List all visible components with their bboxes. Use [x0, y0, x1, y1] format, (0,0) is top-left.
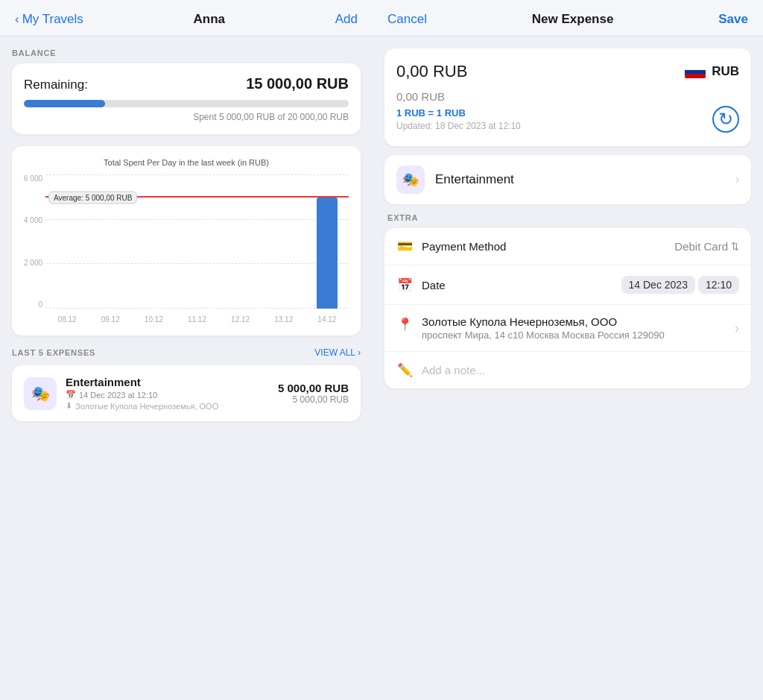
edit-icon: ✏️ — [396, 362, 413, 378]
chart-y-labels: 6 000 4 000 2 000 0 — [24, 174, 42, 324]
expense-amount-sub: 5 000,00 RUB — [278, 394, 349, 405]
chart-x-labels: 08.12 09.12 10.12 11.12 12.12 13.12 14.1… — [45, 315, 349, 324]
right-panel: Cancel New Expense Save 0,00 RUB RUB 0,0… — [373, 0, 763, 700]
expense-amount-main: 5 000,00 RUB — [278, 382, 349, 394]
new-expense-title: New Expense — [532, 12, 614, 27]
russia-flag-icon — [685, 65, 706, 78]
extra-card: 💳 Payment Method Debit Card ⇅ 📅 Date 14 … — [384, 228, 751, 388]
time-badge[interactable]: 12:10 — [698, 276, 739, 294]
note-row[interactable]: ✏️ Add a note... — [384, 352, 751, 388]
x-label-1: 09.12 — [101, 315, 120, 324]
expense-icon: 🎭 — [24, 377, 57, 410]
location-details: Золотые Купола Нечерноземья, ООО проспек… — [422, 315, 726, 341]
exchange-rate: 1 RUB = 1 RUB — [396, 107, 521, 119]
bar-col-4 — [230, 174, 251, 309]
back-label[interactable]: My Travels — [22, 12, 83, 27]
location-icon: 📍 — [396, 317, 413, 332]
expense-item[interactable]: 🎭 Entertainment 📅 14 Dec 2023 at 12:10 ⬇… — [12, 365, 361, 421]
y-label-0: 0 — [24, 300, 42, 309]
y-label-6000: 6 000 — [24, 174, 42, 183]
location-row[interactable]: 📍 Золотые Купола Нечерноземья, ООО просп… — [384, 305, 751, 352]
x-label-2: 10.12 — [145, 315, 163, 324]
x-label-4: 12.12 — [231, 315, 250, 324]
note-placeholder[interactable]: Add a note... — [422, 364, 485, 376]
chart-title: Total Spent Per Day in the last week (in… — [24, 158, 349, 167]
calendar-icon: 📅 — [66, 390, 76, 400]
balance-section-label: BALANCE — [12, 48, 361, 57]
amount-card: 0,00 RUB RUB 0,00 RUB 1 RUB = 1 RUB Upda… — [384, 48, 751, 146]
bar-col-2 — [143, 174, 164, 309]
balance-subtitle: Spent 5 000,00 RUB of 20 000,00 RUB — [24, 112, 349, 122]
bar-6 — [317, 198, 338, 309]
chevron-left-icon: ‹ — [15, 12, 19, 27]
location-name: Золотые Купола Нечерноземья, ООО — [422, 315, 726, 328]
x-label-0: 08.12 — [58, 315, 77, 324]
payment-method-row[interactable]: 💳 Payment Method Debit Card ⇅ — [384, 228, 751, 265]
progress-bar-container — [24, 100, 349, 107]
category-card[interactable]: 🎭 Entertainment › — [384, 155, 751, 204]
chart-plot: Average: 5 000,00 RUB — [45, 174, 349, 324]
expenses-section-label: LAST 5 EXPENSES — [12, 348, 95, 357]
page-title: Anna — [194, 12, 226, 27]
chevron-right-icon: › — [735, 321, 739, 336]
payment-method-label: Payment Method — [422, 240, 665, 253]
category-label: Entertainment — [435, 172, 725, 187]
y-label-2000: 2 000 — [24, 259, 42, 267]
download-icon: ⬇ — [66, 401, 72, 411]
right-header: Cancel New Expense Save — [373, 0, 763, 37]
bar-col-5 — [273, 174, 294, 309]
x-label-5: 13.12 — [274, 315, 293, 324]
right-content: 0,00 RUB RUB 0,00 RUB 1 RUB = 1 RUB Upda… — [373, 37, 763, 700]
left-content: BALANCE Remaining: 15 000,00 RUB Spent 5… — [0, 37, 373, 700]
expense-name: Entertainment — [66, 376, 269, 388]
date-row[interactable]: 📅 Date 14 Dec 2023 12:10 — [384, 265, 751, 305]
back-button[interactable]: ‹ My Travels — [15, 12, 83, 27]
updated-text: Updated: 18 Dec 2023 at 12:10 — [396, 121, 521, 131]
bar-col-1 — [100, 174, 121, 309]
currency-code: RUB — [712, 64, 739, 79]
view-all-label[interactable]: VIEW ALL — [314, 347, 355, 358]
up-down-arrows-icon: ⇅ — [731, 241, 739, 252]
date-badge[interactable]: 14 Dec 2023 — [621, 276, 695, 294]
extra-section-label: EXTRA — [384, 213, 751, 222]
credit-card-icon: 💳 — [396, 239, 413, 254]
cancel-button[interactable]: Cancel — [387, 12, 427, 27]
location-address: проспект Мира, 14 с10 Москва Москва Росс… — [422, 329, 726, 341]
balance-row: Remaining: 15 000,00 RUB — [24, 75, 349, 92]
remaining-label: Remaining: — [24, 78, 88, 92]
amount-value[interactable]: 0,00 RUB — [396, 62, 467, 81]
y-label-4000: 4 000 — [24, 216, 42, 224]
refresh-button[interactable]: ↻ — [712, 106, 739, 133]
progress-bar-fill — [24, 100, 105, 107]
view-all-button[interactable]: VIEW ALL › — [314, 347, 361, 358]
left-header: ‹ My Travels Anna Add — [0, 0, 373, 37]
chevron-right-icon: › — [735, 173, 739, 186]
payment-method-value: Debit Card ⇅ — [674, 240, 739, 253]
extra-section: EXTRA 💳 Payment Method Debit Card ⇅ 📅 Da… — [384, 213, 751, 388]
chart-card: Total Spent Per Day in the last week (in… — [12, 146, 361, 335]
expense-amounts: 5 000,00 RUB 5 000,00 RUB — [278, 382, 349, 405]
chart-area: 6 000 4 000 2 000 0 Av — [24, 174, 349, 324]
balance-amount: 15 000,00 RUB — [246, 75, 349, 92]
left-panel: ‹ My Travels Anna Add BALANCE Remaining:… — [0, 0, 373, 700]
balance-card: Remaining: 15 000,00 RUB Spent 5 000,00 … — [12, 63, 361, 134]
category-icon: 🎭 — [396, 165, 425, 194]
amount-converted: 0,00 RUB — [396, 90, 739, 103]
expenses-header: LAST 5 EXPENSES VIEW ALL › — [12, 347, 361, 358]
bar-col-6 — [317, 174, 338, 309]
chevron-right-icon: › — [358, 347, 361, 358]
expense-merchant: ⬇ Золотые Купола Нечерноземья, ООО — [66, 401, 269, 411]
bar-col-3 — [186, 174, 207, 309]
chart-bars — [45, 174, 349, 309]
add-button[interactable]: Add — [335, 12, 358, 27]
date-value: 14 Dec 2023 12:10 — [621, 276, 739, 294]
bar-col-0 — [57, 174, 77, 309]
save-button[interactable]: Save — [718, 12, 748, 27]
amount-top-row: 0,00 RUB RUB — [396, 62, 739, 81]
currency-selector[interactable]: RUB — [685, 64, 739, 79]
calendar-icon: 📅 — [396, 277, 413, 293]
x-label-6: 14.12 — [317, 315, 336, 324]
x-label-3: 11.12 — [188, 315, 206, 324]
expense-date: 📅 14 Dec 2023 at 12:10 — [66, 390, 269, 400]
date-label: Date — [422, 279, 612, 291]
